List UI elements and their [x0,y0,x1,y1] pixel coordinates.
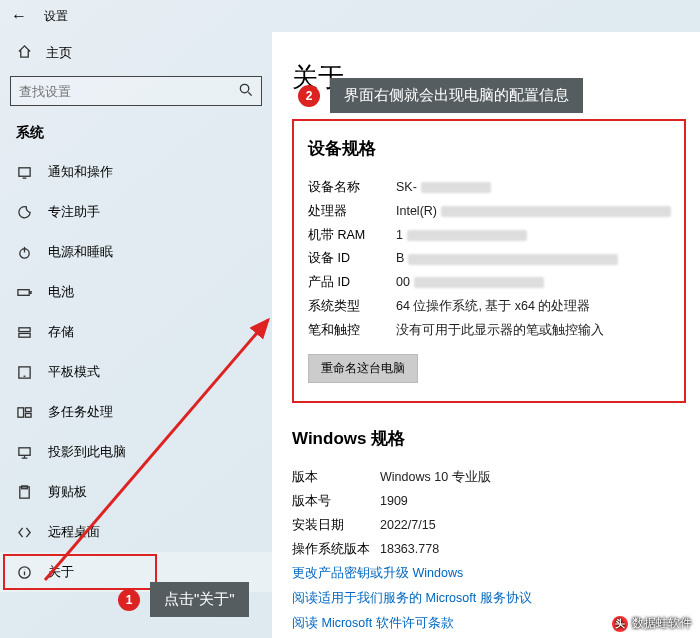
sidebar-item-clipboard[interactable]: 剪贴板 [0,472,272,512]
svg-rect-8 [25,407,31,411]
sidebar-item-power[interactable]: 电源和睡眠 [0,232,272,272]
search-box[interactable] [10,76,262,106]
svg-rect-3 [17,289,28,295]
search-input[interactable] [19,84,238,99]
svg-rect-9 [25,413,31,417]
back-icon[interactable]: ← [10,7,28,25]
remote-icon [16,524,32,540]
svg-rect-5 [18,333,29,337]
sidebar-item-label: 远程桌面 [48,523,100,541]
sidebar-item-label: 专注助手 [48,203,100,221]
spec-row-ram: 机带 RAM 1 [308,224,670,248]
svg-rect-4 [18,327,29,331]
svg-point-0 [240,84,248,92]
project-icon [16,444,32,460]
sidebar-section-title: 系统 [0,116,272,152]
window-title: 设置 [44,8,68,25]
sidebar-item-battery[interactable]: 电池 [0,272,272,312]
multitask-icon [16,404,32,420]
tablet-icon [16,364,32,380]
watermark-text: 数据蛙软件 [632,615,692,632]
content-pane: 关于 设备规格 设备名称 SK- 处理器 Intel(R) 机带 RAM 1 设… [272,32,700,638]
annotation-text: 界面右侧就会出现电脑的配置信息 [330,78,583,113]
sidebar-item-label: 多任务处理 [48,403,113,421]
search-icon [238,82,253,100]
storage-icon [16,324,32,340]
spec-row-productid: 产品 ID 00 [308,271,670,295]
link-services-agreement[interactable]: 阅读适用于我们服务的 Microsoft 服务协议 [292,586,686,611]
winspec-row-edition: 版本 Windows 10 专业版 [292,466,686,490]
sidebar-item-multitask[interactable]: 多任务处理 [0,392,272,432]
sidebar-item-label: 平板模式 [48,363,100,381]
power-icon [16,244,32,260]
link-change-key[interactable]: 更改产品密钥或升级 Windows [292,561,686,586]
focus-icon [16,204,32,220]
sidebar-item-label: 剪贴板 [48,483,87,501]
svg-rect-7 [17,407,23,416]
sidebar-nav: 通知和操作 专注助手 电源和睡眠 电池 存储 [0,152,272,592]
spec-row-cpu: 处理器 Intel(R) [308,200,670,224]
sidebar-home-label: 主页 [46,44,72,62]
device-spec-box: 设备规格 设备名称 SK- 处理器 Intel(R) 机带 RAM 1 设备 I… [292,119,686,403]
annotation-step-2: 2 界面右侧就会出现电脑的配置信息 [298,78,583,113]
watermark-icon: 头 [612,616,628,632]
sidebar-item-project[interactable]: 投影到此电脑 [0,432,272,472]
winspec-row-version: 版本号 1909 [292,490,686,514]
spec-row-pentouch: 笔和触控 没有可用于此显示器的笔或触控输入 [308,319,670,343]
sidebar-item-focus[interactable]: 专注助手 [0,192,272,232]
titlebar: ← 设置 [0,0,700,32]
winspec-row-install: 安装日期 2022/7/15 [292,514,686,538]
svg-rect-10 [18,447,29,455]
sidebar-item-label: 通知和操作 [48,163,113,181]
winspec-row-build: 操作系统版本 18363.778 [292,538,686,562]
annotation-text: 点击"关于" [150,582,249,617]
sidebar-item-tablet[interactable]: 平板模式 [0,352,272,392]
step-badge: 2 [298,85,320,107]
notifications-icon [16,164,32,180]
annotation-step-1: 1 点击"关于" [118,582,249,617]
sidebar-item-label: 电池 [48,283,74,301]
sidebar-item-notifications[interactable]: 通知和操作 [0,152,272,192]
device-spec-title: 设备规格 [308,137,670,160]
sidebar-item-label: 电源和睡眠 [48,243,113,261]
windows-spec-title: Windows 规格 [292,427,686,450]
watermark: 头 数据蛙软件 [612,615,692,632]
spec-row-systype: 系统类型 64 位操作系统, 基于 x64 的处理器 [308,295,670,319]
spec-row-deviceid: 设备 ID B [308,247,670,271]
spec-row-devicename: 设备名称 SK- [308,176,670,200]
sidebar-home[interactable]: 主页 [0,36,272,70]
info-icon [16,564,32,580]
battery-icon [16,284,32,300]
sidebar-item-label: 关于 [48,563,74,581]
main-area: 主页 系统 通知和操作 专注助手 [0,32,700,638]
home-icon [16,44,32,62]
windows-spec-section: Windows 规格 版本 Windows 10 专业版 版本号 1909 安装… [292,427,686,636]
sidebar-item-label: 投影到此电脑 [48,443,126,461]
sidebar-item-label: 存储 [48,323,74,341]
clipboard-icon [16,484,32,500]
sidebar-item-remote[interactable]: 远程桌面 [0,512,272,552]
step-badge: 1 [118,589,140,611]
rename-pc-button[interactable]: 重命名这台电脑 [308,354,418,383]
svg-rect-1 [18,167,29,175]
sidebar-item-storage[interactable]: 存储 [0,312,272,352]
sidebar: 主页 系统 通知和操作 专注助手 [0,32,272,638]
